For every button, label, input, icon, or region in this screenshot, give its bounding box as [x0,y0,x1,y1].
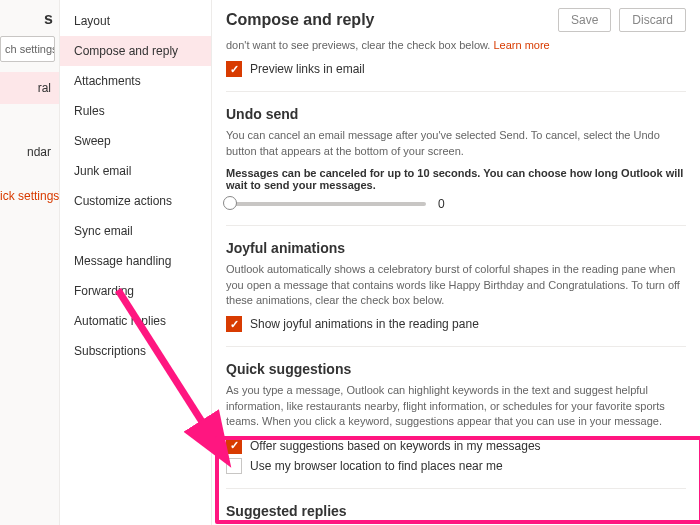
offer-suggestions-checkbox[interactable] [226,438,242,454]
quick-desc: As you type a message, Outlook can highl… [226,383,686,429]
settings-category-sidebar: s ch settings ral ndar ick settings [0,0,60,525]
joyful-title: Joyful animations [226,240,686,256]
preview-links-label: Preview links in email [250,62,365,76]
undo-send-slider[interactable] [226,202,426,206]
sidebar-item-layout[interactable]: Layout [60,6,211,36]
sidebar-item-sync-email[interactable]: Sync email [60,216,211,246]
sidebar-item-rules[interactable]: Rules [60,96,211,126]
undo-send-value: 0 [438,197,445,211]
learn-more-link[interactable]: Learn more [493,39,549,51]
sidebar-item-compose-reply[interactable]: Compose and reply [60,36,211,66]
sidebar-item-junk-email[interactable]: Junk email [60,156,211,186]
quick-title: Quick suggestions [226,361,686,377]
offer-suggestions-label: Offer suggestions based on keywords in m… [250,439,541,453]
settings-title: s [0,0,53,36]
sidebar-a-item[interactable] [0,104,59,136]
search-placeholder: ch settings [5,43,55,55]
undo-send-slider-label: Messages can be canceled for up to 10 se… [226,167,686,191]
section-undo-send: Undo send You can cancel an email messag… [226,91,686,225]
sidebar-item-attachments[interactable]: Attachments [60,66,211,96]
suggested-title: Suggested replies [226,503,686,519]
discard-button[interactable]: Discard [619,8,686,32]
section-link-preview: don't want to see previews, clear the ch… [226,38,686,91]
sidebar-item-customize-actions[interactable]: Customize actions [60,186,211,216]
sidebar-a-item-general[interactable]: ral [0,72,59,104]
sidebar-a-item-calendar[interactable]: ndar [0,136,59,168]
link-preview-desc: don't want to see previews, clear the ch… [226,39,490,51]
section-quick-suggestions: Quick suggestions As you type a message,… [226,346,686,487]
browser-location-checkbox[interactable] [226,458,242,474]
browser-location-label: Use my browser location to find places n… [250,459,503,473]
slider-thumb[interactable] [223,196,237,210]
sidebar-item-forwarding[interactable]: Forwarding [60,276,211,306]
preview-links-checkbox[interactable] [226,61,242,77]
section-suggested-replies: Suggested replies When you open a messag… [226,488,686,525]
main-content: Compose and reply Save Discard don't wan… [212,0,700,525]
sidebar-item-message-handling[interactable]: Message handling [60,246,211,276]
save-button[interactable]: Save [558,8,611,32]
joyful-checkbox[interactable] [226,316,242,332]
page-title: Compose and reply [226,11,374,29]
joyful-desc: Outlook automatically shows a celebrator… [226,262,686,308]
settings-subsection-sidebar: Layout Compose and reply Attachments Rul… [60,0,212,525]
sidebar-item-automatic-replies[interactable]: Automatic replies [60,306,211,336]
search-input[interactable]: ch settings [0,36,55,62]
undo-send-desc: You can cancel an email message after yo… [226,128,686,159]
quick-settings-link[interactable]: ick settings [0,180,59,212]
undo-send-title: Undo send [226,106,686,122]
sidebar-item-sweep[interactable]: Sweep [60,126,211,156]
section-joyful-animations: Joyful animations Outlook automatically … [226,225,686,346]
sidebar-item-subscriptions[interactable]: Subscriptions [60,336,211,366]
joyful-checkbox-label: Show joyful animations in the reading pa… [250,317,479,331]
